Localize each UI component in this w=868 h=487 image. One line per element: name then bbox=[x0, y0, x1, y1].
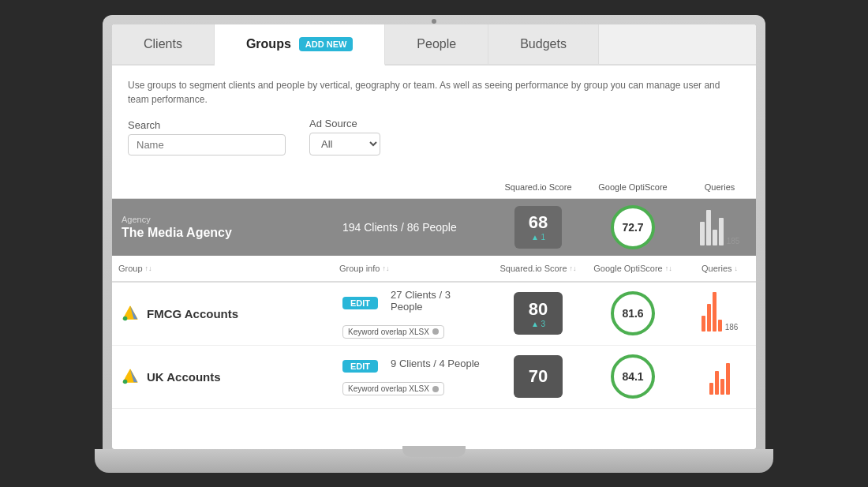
filters-row: Search Ad Source All Google Bing Faceboo… bbox=[128, 118, 740, 155]
agency-queries-label: 185 bbox=[727, 237, 740, 245]
search-input[interactable] bbox=[128, 134, 286, 155]
keyword-dot-fmcg bbox=[432, 328, 439, 335]
agency-group-info: 194 Clients / 86 People bbox=[342, 221, 481, 234]
group-name-cell-uk: UK Accounts bbox=[112, 358, 333, 395]
col-header-queries: Queries bbox=[680, 179, 756, 195]
agency-optiscore-cell: 72.7 bbox=[586, 205, 680, 249]
col-header-groupinfo bbox=[333, 179, 491, 195]
uk-optiscore-cell: 84.1 bbox=[586, 354, 680, 399]
fmcg-bar-1 bbox=[702, 316, 705, 332]
col-header-group bbox=[112, 179, 333, 195]
query-bar-1 bbox=[700, 222, 705, 245]
uk-queries-cell bbox=[680, 355, 756, 398]
sort-arrows-groupinfo: ↑↓ bbox=[382, 264, 389, 272]
keyword-overlap-btn-uk[interactable]: Keyword overlap XLSX bbox=[342, 382, 444, 395]
agency-row: Agency The Media Agency 194 Clients / 86… bbox=[112, 199, 756, 256]
group-info-cell-fmcg: EDIT 27 Clients / 3 People Keyword overl… bbox=[333, 283, 491, 345]
ad-source-filter: Ad Source All Google Bing Facebook bbox=[309, 118, 380, 155]
uk-score-box: 70 bbox=[514, 355, 563, 398]
fmcg-queries-cell: 186 bbox=[680, 292, 756, 335]
data-col-squaredio[interactable]: Squared.io Score ↑↓ bbox=[491, 262, 586, 275]
col-header-optiscore: Google OptiScore bbox=[586, 179, 680, 195]
data-col-groupinfo[interactable]: Group info ↑↓ bbox=[333, 262, 491, 275]
agency-score-box: 68 1 bbox=[514, 206, 562, 249]
description-text: Use groups to segment clients and people… bbox=[128, 78, 740, 107]
svg-point-2 bbox=[123, 317, 128, 321]
edit-button-fmcg[interactable]: EDIT bbox=[342, 297, 378, 309]
agency-score-change: 1 bbox=[531, 233, 545, 242]
tab-clients[interactable]: Clients bbox=[112, 24, 215, 64]
uk-score-cell: 70 bbox=[491, 355, 586, 398]
fmcg-score-value: 80 bbox=[529, 299, 548, 320]
keyword-dot-uk bbox=[432, 386, 439, 392]
col-header-squaredio: Squared.io Score bbox=[491, 179, 586, 195]
ad-source-select[interactable]: All Google Bing Facebook bbox=[309, 133, 380, 155]
fmcg-score-cell: 80 3 bbox=[491, 292, 586, 335]
table-column-headers: Squared.io Score Google OptiScore Querie… bbox=[112, 176, 756, 199]
group-info-cell-uk: EDIT 9 Clients / 4 People Keyword overla… bbox=[333, 351, 491, 402]
laptop-body bbox=[95, 449, 773, 473]
table-row: UK Accounts EDIT 9 Clients / 4 People Ke… bbox=[112, 346, 756, 409]
uk-optiscore-bubble: 84.1 bbox=[611, 354, 655, 399]
laptop-notch bbox=[402, 446, 466, 457]
agency-name-cell: Agency The Media Agency bbox=[112, 207, 333, 248]
fmcg-optiscore-cell: 81.6 bbox=[586, 291, 680, 335]
sort-arrows-optiscore: ↑↓ bbox=[665, 264, 672, 272]
fmcg-bar-4 bbox=[718, 320, 722, 332]
fmcg-queries-label: 186 bbox=[725, 323, 739, 332]
tab-budgets[interactable]: Budgets bbox=[488, 24, 599, 64]
sort-arrows-squaredio: ↑↓ bbox=[570, 264, 577, 272]
group-name-cell-fmcg: FMCG Accounts bbox=[112, 295, 333, 332]
tab-groups[interactable]: Groups ADD NEW bbox=[215, 24, 385, 66]
fmcg-clients-people: 27 Clients / 3 People bbox=[391, 289, 481, 313]
data-col-group[interactable]: Group ↑↓ bbox=[112, 262, 333, 275]
agency-score-cell: 68 1 bbox=[491, 206, 586, 249]
tab-bar: Clients Groups ADD NEW People Budgets bbox=[112, 24, 756, 66]
agency-group-info-cell: 194 Clients / 86 People bbox=[333, 213, 491, 242]
fmcg-bar-3 bbox=[713, 292, 716, 332]
google-ads-icon bbox=[122, 305, 139, 322]
ad-source-label: Ad Source bbox=[309, 118, 380, 129]
fmcg-score-change: 3 bbox=[531, 320, 545, 328]
uk-score-value: 70 bbox=[529, 366, 548, 387]
uk-bar-1 bbox=[709, 383, 713, 395]
uk-bar-2 bbox=[715, 371, 719, 395]
svg-point-5 bbox=[123, 380, 128, 384]
agency-optiscore-bubble: 72.7 bbox=[611, 205, 655, 249]
fmcg-optiscore-bubble: 81.6 bbox=[611, 291, 655, 335]
add-new-button[interactable]: ADD NEW bbox=[299, 37, 354, 51]
uk-bar-3 bbox=[720, 379, 724, 395]
group-name-uk: UK Accounts bbox=[147, 370, 221, 384]
table-row: FMCG Accounts EDIT 27 Clients / 3 People… bbox=[112, 283, 756, 346]
edit-button-uk[interactable]: EDIT bbox=[342, 360, 378, 373]
fmcg-score-box: 80 3 bbox=[514, 292, 563, 335]
fmcg-bar-2 bbox=[707, 304, 711, 332]
agency-name: The Media Agency bbox=[122, 226, 324, 240]
query-bar-2 bbox=[706, 210, 711, 245]
sort-arrows-group: ↑↓ bbox=[145, 264, 152, 272]
data-col-optiscore[interactable]: Google OptiScore ↑↓ bbox=[586, 262, 680, 275]
group-name-fmcg: FMCG Accounts bbox=[147, 307, 238, 320]
query-bar-4 bbox=[719, 218, 724, 245]
query-bar-3 bbox=[713, 230, 717, 245]
search-filter: Search bbox=[128, 119, 286, 155]
search-label: Search bbox=[128, 119, 286, 131]
sort-arrows-queries: ↓ bbox=[735, 264, 739, 272]
data-column-headers: Group ↑↓ Group info ↑↓ Squared.io Score … bbox=[112, 256, 756, 283]
tab-people[interactable]: People bbox=[385, 24, 488, 64]
agency-score-value: 68 bbox=[529, 212, 548, 233]
agency-queries-cell: 185 bbox=[680, 206, 756, 249]
uk-bar-4 bbox=[726, 363, 730, 395]
uk-clients-people: 9 Clients / 4 People bbox=[391, 358, 480, 369]
google-ads-icon-uk bbox=[122, 368, 139, 385]
keyword-overlap-btn-fmcg[interactable]: Keyword overlap XLSX bbox=[342, 325, 444, 339]
agency-label: Agency bbox=[122, 215, 324, 224]
data-col-queries[interactable]: Queries ↓ bbox=[680, 262, 756, 275]
groups-table: Squared.io Score Google OptiScore Querie… bbox=[112, 176, 756, 409]
